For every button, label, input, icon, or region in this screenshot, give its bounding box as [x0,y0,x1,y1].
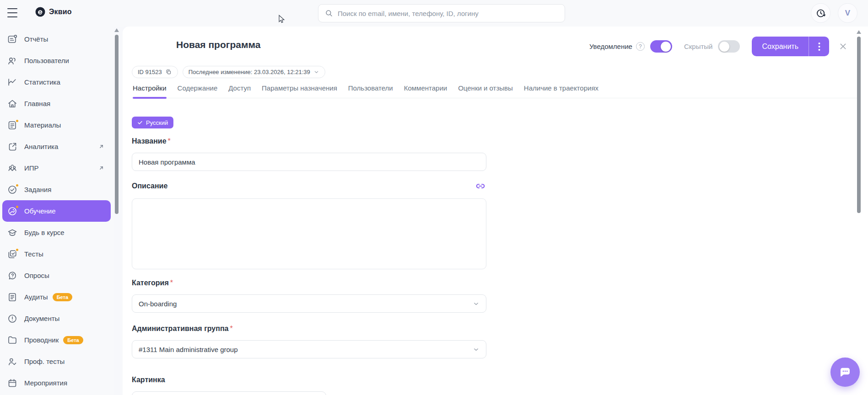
tab-assignment-params[interactable]: Параметры назначения [262,81,337,98]
tab-settings[interactable]: Настройки [133,81,167,98]
arrow-up-right-icon [98,144,104,149]
check-icon [137,120,143,125]
sidebar-item-label: ИПР [24,164,39,172]
id-badge[interactable]: ID 91523 [132,66,178,78]
audit-doc-icon [7,292,18,303]
sidebar-item-explorer[interactable]: ПроводникБета [0,329,114,351]
materials-icon [7,120,18,131]
sidebar-item-events[interactable]: Мероприятия [0,372,114,394]
meta-row: ID 91523 Последнее изменение: 23.03.2026… [132,66,325,78]
tab-trajectories[interactable]: Наличие в траекториях [524,81,598,98]
chevron-down-icon [473,346,480,353]
main-scrollbar[interactable] [857,30,861,213]
clock-history-icon [815,8,826,19]
search-icon [325,9,333,17]
global-search[interactable] [318,4,565,22]
page-title: Новая программа [176,39,260,50]
save-split-button: Сохранить [752,37,829,56]
users-icon [7,55,18,66]
sidebar-item-tests[interactable]: Тесты [0,243,114,265]
sidebar-item-stay-tuned[interactable]: Будь в курсе [0,222,114,243]
chat-bubble-icon [838,365,852,379]
category-label: Категория* [132,279,173,287]
notification-dot [15,248,19,252]
hamburger-menu-icon[interactable] [7,8,17,17]
app-logo[interactable]: Эквио [35,6,72,17]
chat-support-button[interactable] [830,358,860,387]
sidebar-item-label: Задания [24,186,51,193]
topbar: Эквио V [0,0,868,27]
sidebar-item-label: Материалы [24,121,61,129]
tab-comments[interactable]: Комментарии [404,81,447,98]
sidebar-item-label: Обучение [24,207,56,215]
mouse-cursor [278,15,286,25]
hidden-label: Скрытый [684,43,713,50]
chevron-down-icon [473,300,480,307]
close-icon [838,42,848,51]
graduation-cap-icon [7,227,18,238]
check-circle-icon [7,184,18,195]
history-button[interactable] [811,3,830,23]
kebab-menu-icon [818,42,820,51]
sidebar-nav: ОтчётыПользователиСтатистикаГлавнаяМатер… [0,27,114,395]
category-select[interactable]: On-boarding [132,294,486,313]
sidebar-item-label: Будь в курсе [24,229,65,236]
description-label: Описание [132,182,167,190]
sidebar-item-users[interactable]: Пользователи [0,50,114,71]
notification-dot [15,119,19,123]
sidebar-item-tasks[interactable]: Задания [0,179,114,200]
notification-toggle[interactable] [650,40,672,53]
sidebar-item-label: Опросы [24,272,49,279]
tab-users[interactable]: Пользователи [348,81,393,98]
description-textarea[interactable] [132,198,486,269]
name-input[interactable] [132,153,486,171]
sidebar-item-label: Документы [24,315,59,322]
image-label: Картинка [132,376,165,384]
name-label: Название* [132,137,171,145]
image-upload-box[interactable] [132,391,326,395]
more-actions-button[interactable] [809,37,829,56]
sidebar-item-audits[interactable]: АудитыБета [0,286,114,308]
last-modified-badge[interactable]: Последнее изменение: 23.03.2026, 12:21:3… [183,66,325,78]
sidebar-item-prof-tests[interactable]: Проф. тесты [0,351,114,372]
search-input[interactable] [338,10,558,17]
sidebar-item-statistics[interactable]: Статистика [0,71,114,93]
people-group-icon [7,163,18,174]
tab-content[interactable]: Содержание [178,81,218,98]
tab-ratings[interactable]: Оценки и отзывы [458,81,513,98]
admin-group-select[interactable]: #1311 Main administrative group [132,340,486,358]
insert-link-button[interactable] [474,180,486,192]
beta-badge: Бета [53,293,72,301]
sidebar-item-ipr[interactable]: ИПР [0,157,114,179]
copy-icon[interactable] [165,69,172,75]
sidebar-item-label: Мероприятия [24,379,67,387]
link-icon [474,180,486,192]
user-avatar[interactable]: V [838,3,857,23]
external-link-icon [7,141,18,152]
sidebar-scrollbar[interactable] [114,28,119,214]
sidebar-item-surveys[interactable]: Опросы [0,265,114,286]
sidebar-item-analytics[interactable]: Аналитика [0,136,114,157]
stats-icon [7,77,18,88]
sidebar-item-documents[interactable]: Документы [0,308,114,329]
calendar-icon [7,378,18,389]
sidebar-item-label: Проводник [24,336,59,344]
close-button[interactable] [838,42,848,51]
sidebar-item-reports[interactable]: Отчёты [0,28,114,50]
language-chip-russian[interactable]: Русский [132,117,173,128]
save-button[interactable]: Сохранить [752,37,809,56]
chevron-down-icon [313,69,319,75]
report-icon [7,34,18,45]
sidebar-item-materials[interactable]: Материалы [0,114,114,136]
hidden-toggle[interactable] [718,40,740,53]
help-icon[interactable]: ? [636,42,645,51]
header-controls: Уведомление ? Скрытый Сохранить [589,37,848,56]
tests-icon [7,249,18,260]
sidebar-item-home[interactable]: Главная [0,93,114,114]
sidebar-item-learning[interactable]: Обучение [2,200,111,222]
avatar-initial: V [845,9,850,18]
learning-icon [7,206,18,217]
tab-access[interactable]: Доступ [228,81,251,98]
question-bubble-icon [7,270,18,281]
sidebar-item-label: Пользователи [24,57,69,64]
